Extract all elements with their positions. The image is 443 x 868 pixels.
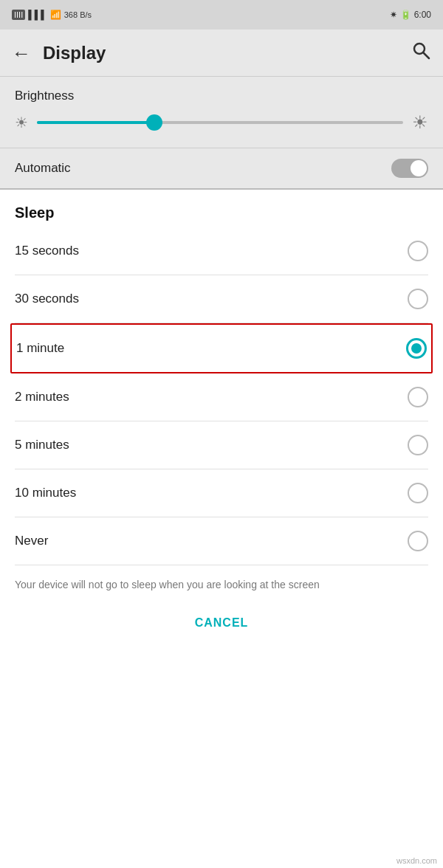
signal-icon: ▌▌▌ [28,10,47,20]
brightness-slider[interactable] [37,121,403,124]
status-bar: IIII ▌▌▌ 📶 368 B/s ✷ 🔋 6:00 [0,0,443,30]
option-never-label: Never [15,534,48,548]
option-10min-label: 10 minutes [15,486,76,500]
option-2min-label: 2 minutes [15,390,69,404]
option-30sec[interactable]: 30 seconds [15,275,428,323]
battery-icon: 🔋 [400,10,411,20]
brightness-row: ☀ ☀ [15,112,428,133]
radio-1min[interactable] [406,338,427,359]
option-30sec-label: 30 seconds [15,292,79,306]
sleep-title: Sleep [15,204,54,221]
option-never[interactable]: Never [15,517,428,565]
sun-large-icon: ☀ [412,112,428,133]
toggle-knob [411,160,427,176]
sun-small-icon: ☀ [15,114,28,131]
brightness-label: Brightness [15,89,428,103]
cancel-button[interactable]: CANCEL [177,610,267,636]
automatic-row: Automatic [0,148,443,190]
radio-30sec[interactable] [408,289,428,309]
option-5min-label: 5 minutes [15,438,69,452]
slider-fill [37,121,154,124]
wifi-icon: 📶 [50,10,61,20]
option-1min[interactable]: 1 minute [10,323,433,373]
top-bar: ← Display [0,30,443,77]
back-button[interactable]: ← [12,44,31,63]
radio-15sec[interactable] [408,241,428,261]
bluetooth-icon: ✷ [390,10,397,20]
cancel-section: CANCEL [0,593,443,647]
option-15sec-label: 15 seconds [15,244,79,258]
radio-5min[interactable] [408,435,428,455]
carrier-text: IIII [12,10,25,20]
top-bar-left: ← Display [12,43,106,63]
option-2min[interactable]: 2 minutes [15,373,428,421]
radio-10min[interactable] [408,483,428,503]
data-speed: 368 B/s [64,10,92,19]
option-10min[interactable]: 10 minutes [15,469,428,517]
option-5min[interactable]: 5 minutes [15,421,428,469]
slider-thumb[interactable] [146,114,162,131]
search-button[interactable] [411,40,431,66]
time-display: 6:00 [414,10,431,20]
sleep-section-header: Sleep [0,190,443,227]
status-bar-right: ✷ 🔋 6:00 [390,10,431,20]
svg-line-1 [424,53,430,59]
option-15sec[interactable]: 15 seconds [15,227,428,275]
radio-never[interactable] [408,531,428,551]
status-bar-left: IIII ▌▌▌ 📶 368 B/s [12,10,92,20]
footer-note: Your device will not go to sleep when yo… [0,565,443,593]
options-list: 15 seconds 30 seconds 1 minute 2 minutes… [0,227,443,565]
radio-2min[interactable] [408,387,428,407]
watermark: wsxdn.com [396,856,437,865]
option-1min-label: 1 minute [16,341,64,356]
page-title: Display [43,43,106,63]
automatic-toggle[interactable] [391,159,428,178]
brightness-section: Brightness ☀ ☀ [0,77,443,148]
automatic-label: Automatic [15,161,71,176]
